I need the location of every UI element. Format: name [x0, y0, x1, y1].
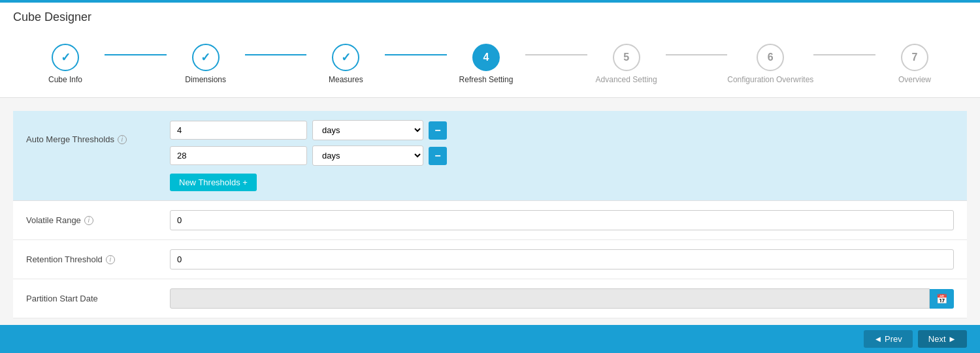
step-label-3: Measures [329, 75, 363, 84]
retention-threshold-row: Retention Threshold i [13, 240, 967, 279]
stepper: ✓ Cube Info ✓ Dimensions ✓ Measures 4 [13, 37, 967, 84]
step-5[interactable]: 5 Advanced Setting [587, 44, 666, 84]
footer-bar: ◄ Prev Next ► [0, 325, 980, 331]
date-picker-button[interactable]: 📅 [930, 289, 954, 309]
step-circle-2: ✓ [192, 44, 220, 71]
prev-button[interactable]: ◄ Prev [864, 330, 913, 331]
page-title: Cube Designer [0, 3, 980, 29]
step-label-6: Configuration Overwrites [727, 75, 813, 84]
stepper-container: ✓ Cube Info ✓ Dimensions ✓ Measures 4 [0, 29, 980, 98]
connector-1-2 [105, 54, 167, 55]
step-number-4: 4 [483, 52, 489, 63]
step-number-6: 6 [768, 52, 774, 63]
volatile-range-row: Volatile Range i [13, 201, 967, 240]
step-6[interactable]: 6 Configuration Overwrites [727, 44, 813, 84]
main-content: Auto Merge Thresholds i days weeks month… [0, 98, 980, 331]
checkmark-2: ✓ [201, 50, 210, 65]
volatile-range-content [170, 210, 954, 230]
auto-merge-content: days weeks months − days weeks months [170, 120, 954, 191]
step-circle-6: 6 [757, 44, 784, 71]
threshold-remove-1[interactable]: − [429, 121, 447, 140]
step-label-4: Refresh Setting [459, 75, 514, 84]
auto-merge-section: Auto Merge Thresholds i days weeks month… [13, 111, 967, 201]
step-circle-5: 5 [613, 44, 640, 71]
step-circle-3: ✓ [332, 44, 359, 71]
step-label-5: Advanced Setting [596, 75, 657, 84]
threshold-row-2: days weeks months − [170, 146, 954, 166]
partition-start-date-label: Partition Start Date [26, 288, 170, 303]
connector-4-5 [525, 54, 587, 55]
step-label-2: Dimensions [185, 75, 226, 84]
checkmark-1: ✓ [61, 50, 71, 65]
threshold-unit-select-1[interactable]: days weeks months [312, 120, 423, 140]
threshold-unit-select-2[interactable]: days weeks months [312, 146, 423, 166]
connector-6-7 [813, 54, 875, 55]
date-input-wrapper: 📅 [170, 288, 954, 309]
auto-merge-info-icon[interactable]: i [118, 135, 127, 144]
partition-start-date-input[interactable] [170, 288, 930, 309]
connector-5-6 [666, 54, 728, 55]
step-label-7: Overview [898, 75, 931, 84]
retention-threshold-content [170, 249, 954, 269]
step-number-5: 5 [623, 52, 629, 63]
threshold-remove-2[interactable]: − [429, 147, 447, 165]
retention-threshold-input[interactable] [170, 249, 954, 269]
auto-merge-inner: Auto Merge Thresholds i days weeks month… [26, 120, 954, 191]
threshold-value-1[interactable] [170, 121, 307, 140]
form-section: Auto Merge Thresholds i days weeks month… [13, 111, 967, 318]
volatile-range-input[interactable] [170, 210, 954, 230]
step-label-1: Cube Info [48, 75, 82, 84]
threshold-row-1: days weeks months − [170, 120, 954, 140]
threshold-value-2[interactable] [170, 146, 307, 165]
step-4[interactable]: 4 Refresh Setting [447, 44, 525, 84]
partition-start-date-content: 📅 [170, 288, 954, 309]
step-3[interactable]: ✓ Measures [306, 44, 385, 84]
step-1[interactable]: ✓ Cube Info [26, 44, 105, 84]
step-circle-7: 7 [901, 44, 928, 71]
checkmark-3: ✓ [341, 50, 351, 65]
step-7[interactable]: 7 Overview [875, 44, 954, 84]
partition-start-date-row: Partition Start Date 📅 [13, 279, 967, 318]
connector-2-3 [245, 54, 307, 55]
connector-3-4 [385, 54, 447, 55]
retention-threshold-info-icon[interactable]: i [106, 255, 115, 264]
auto-merge-label: Auto Merge Thresholds i [26, 120, 170, 144]
next-button[interactable]: Next ► [918, 330, 967, 331]
step-2[interactable]: ✓ Dimensions [167, 44, 245, 84]
calendar-icon: 📅 [936, 294, 947, 304]
new-thresholds-button[interactable]: New Thresholds + [170, 174, 257, 191]
volatile-range-label: Volatile Range i [26, 210, 170, 225]
retention-threshold-label: Retention Threshold i [26, 249, 170, 264]
volatile-range-info-icon[interactable]: i [84, 216, 93, 225]
step-circle-1: ✓ [52, 44, 79, 71]
step-number-7: 7 [912, 52, 918, 63]
step-circle-4: 4 [472, 44, 500, 71]
